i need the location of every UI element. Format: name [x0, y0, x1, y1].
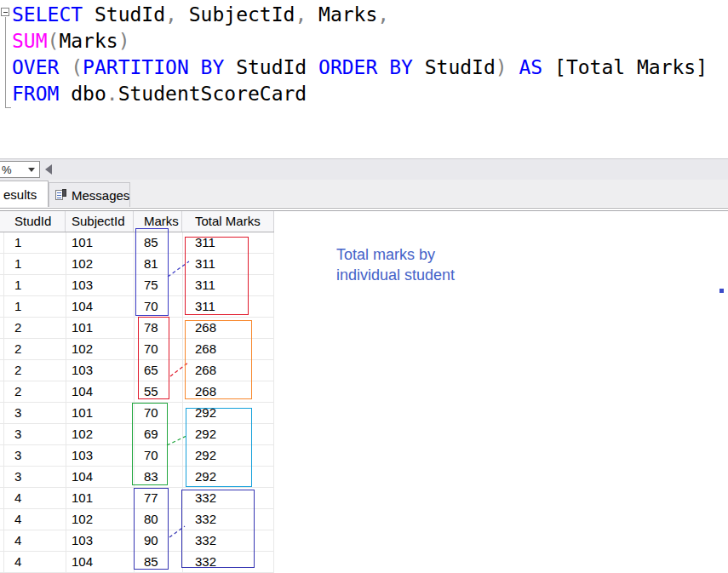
grid-cell[interactable]: 104 [72, 467, 134, 487]
tab-messages-label: Messages [72, 188, 129, 203]
tab-results[interactable]: esults [0, 180, 49, 207]
sql-code-line: SELECT StudId, SubjectId, Marks, [12, 2, 708, 28]
total-group-3-box [186, 408, 252, 487]
code-fold-line [5, 17, 6, 107]
grid-cell[interactable]: 4 [14, 552, 66, 572]
grid-cell[interactable]: 103 [72, 360, 134, 381]
grid-vertical-line [66, 232, 66, 573]
scroll-left-arrow-icon[interactable] [45, 164, 52, 175]
stray-blue-dot [719, 289, 724, 293]
grid-cell[interactable]: 101 [72, 232, 134, 253]
total-group-1-box [185, 237, 249, 315]
grid-cell[interactable]: 102 [72, 254, 134, 274]
grid-cell[interactable]: 101 [72, 488, 134, 508]
annotation-line-1: Total marks by [336, 244, 455, 265]
grid-cell[interactable]: 3 [14, 403, 66, 423]
ssms-query-window: SELECT StudId, SubjectId, Marks,SUM(Mark… [0, 0, 728, 573]
pane-divider-top [0, 208, 728, 209]
grid-cell[interactable]: 102 [72, 509, 134, 530]
grid-cell[interactable]: 1 [14, 232, 66, 253]
marks-group-4-box [134, 488, 169, 570]
tab-results-label: esults [3, 187, 37, 202]
results-tab-strip: esults Messages [0, 180, 728, 207]
zoom-level-value: % [2, 163, 12, 176]
grid-cell[interactable]: 104 [72, 381, 134, 402]
grid-cell[interactable]: 3 [14, 467, 66, 487]
sql-code-line: SUM(Marks) [12, 28, 708, 54]
annotation-line-2: individual student [336, 265, 455, 285]
grid-cell[interactable]: 4 [14, 530, 66, 551]
grid-cell[interactable]: 104 [72, 296, 134, 317]
grid-cell[interactable]: 103 [72, 445, 134, 466]
code-fold-line-end [5, 107, 11, 108]
grid-cell[interactable]: 2 [14, 360, 66, 381]
sql-query-text[interactable]: SELECT StudId, SubjectId, Marks,SUM(Mark… [12, 2, 708, 107]
grid-cell[interactable]: 102 [72, 339, 134, 359]
grid-cell[interactable]: 4 [14, 509, 66, 530]
marks-group-1-box [135, 228, 169, 316]
marks-group-2-box [138, 317, 169, 399]
annotation-text: Total marks by individual student [336, 244, 455, 285]
grid-cell[interactable]: 2 [14, 381, 66, 402]
grid-cell[interactable]: 102 [72, 424, 134, 444]
grid-column-header-total-marks[interactable]: Total Marks [182, 211, 274, 232]
grid-cell[interactable]: 104 [72, 552, 134, 572]
grid-column-header-subjectid[interactable]: SubjectId [66, 211, 134, 232]
messages-icon [55, 189, 66, 201]
grid-cell[interactable]: 103 [72, 530, 134, 551]
total-group-2-box [185, 320, 252, 399]
grid-cell[interactable]: 1 [14, 254, 66, 274]
sql-code-line: FROM dbo.StudentScoreCard [12, 81, 708, 107]
marks-group-3-box [132, 403, 168, 485]
grid-cell[interactable]: 101 [72, 403, 134, 423]
zoom-level-dropdown[interactable]: % [0, 161, 40, 178]
grid-vertical-line [3, 232, 4, 573]
sql-code-line: OVER (PARTITION BY StudId ORDER BY StudI… [12, 54, 708, 81]
tab-messages[interactable]: Messages [49, 182, 130, 207]
editor-bottom-scrollbar[interactable]: % [0, 158, 728, 180]
grid-cell[interactable]: 2 [14, 318, 66, 338]
grid-cell[interactable]: 2 [14, 339, 66, 359]
grid-cell[interactable]: 4 [14, 488, 66, 508]
grid-column-header-studid[interactable]: StudId [3, 211, 66, 232]
sql-editor[interactable]: SELECT StudId, SubjectId, Marks,SUM(Mark… [0, 0, 728, 158]
grid-cell[interactable]: 103 [72, 275, 134, 295]
chevron-down-icon[interactable] [28, 168, 35, 172]
grid-cell[interactable]: 1 [14, 296, 66, 317]
grid-cell[interactable]: 101 [72, 318, 134, 338]
code-fold-collapse-icon[interactable] [1, 8, 9, 16]
total-group-4-box [181, 490, 255, 568]
grid-cell[interactable]: 3 [14, 424, 66, 444]
grid-vertical-line [273, 232, 274, 573]
grid-cell[interactable]: 3 [14, 445, 66, 466]
grid-cell[interactable]: 1 [14, 275, 66, 295]
